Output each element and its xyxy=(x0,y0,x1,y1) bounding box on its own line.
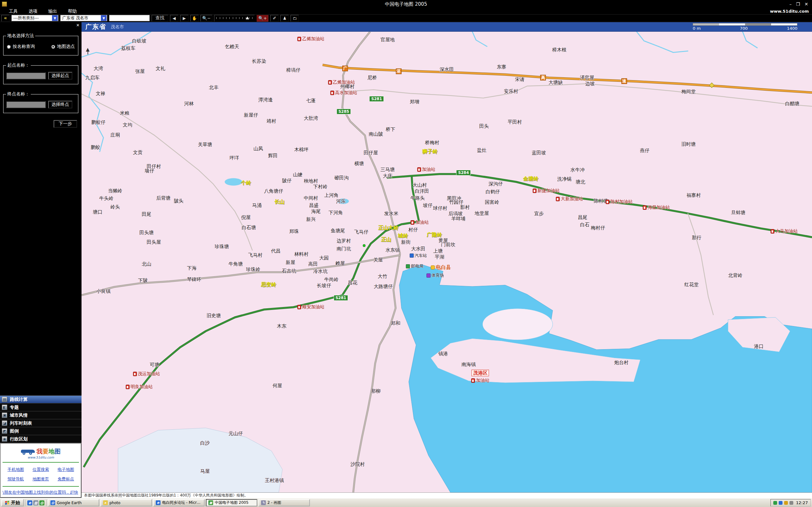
choose-start-button[interactable]: 选择起点 xyxy=(48,72,72,79)
place-label: 那行 xyxy=(692,234,701,240)
place-label: 田头屋 xyxy=(147,239,161,245)
zoom-out-icon[interactable]: 🔍− xyxy=(200,15,212,21)
find-button[interactable]: 查找 xyxy=(152,15,168,21)
tray-icon[interactable] xyxy=(773,501,777,505)
menu-options[interactable]: 选项 xyxy=(29,9,38,14)
quick-launch: e▦◍ xyxy=(25,500,47,506)
zoom-slider-thumb[interactable] xyxy=(246,16,249,19)
fuel-pump-icon xyxy=(643,205,647,210)
scale-bar: 0 m 700 1400 xyxy=(693,23,798,31)
place-label: 文贡 xyxy=(133,149,142,155)
quick-launch-media-icon[interactable]: ◍ xyxy=(39,500,44,505)
promo-link[interactable]: 手机地图 xyxy=(3,467,28,472)
forward-button[interactable]: ▶ xyxy=(180,15,189,21)
task-button[interactable]: ▣中国电子地图 2005 xyxy=(206,499,257,506)
task-button[interactable]: ◍Google Earth xyxy=(48,499,99,506)
task-button[interactable]: ▸photo xyxy=(101,499,152,506)
town-label: 狮子岭 xyxy=(422,148,438,155)
place-label: 白鹤仔 xyxy=(486,188,500,194)
quick-launch-desktop-icon[interactable]: ▦ xyxy=(33,500,38,505)
tray-icon[interactable] xyxy=(779,501,782,505)
zoom-slider[interactable] xyxy=(214,15,255,21)
place-label: 八角塘仔 xyxy=(264,188,283,194)
measure-ruler-icon[interactable]: ✐ xyxy=(270,15,278,21)
choose-end-button[interactable]: 选择终点 xyxy=(48,101,72,108)
place-label: 文均 xyxy=(123,122,132,128)
place-label: 牛头岭 xyxy=(99,195,113,202)
town-label: 长山 xyxy=(274,199,285,205)
sidebar-section[interactable]: ▣城市风情 xyxy=(0,411,82,419)
tray-icon[interactable] xyxy=(784,501,788,505)
site-logo[interactable]: 我要地图 www.51ditu.com xyxy=(2,446,80,460)
sidebar-section[interactable]: ◪列车时刻表 xyxy=(0,419,82,427)
sidebar-section[interactable]: ◧专题 xyxy=(0,403,82,411)
place-label: 下河角 xyxy=(328,210,343,216)
place-label: 宋请 xyxy=(515,77,525,83)
menu-output[interactable]: 输出 xyxy=(48,9,57,14)
back-button[interactable]: ◀ xyxy=(170,15,178,21)
place-label: 秧地村 xyxy=(304,178,318,184)
category-dropdown[interactable]: ---所有类别--- ▼ xyxy=(11,15,58,21)
promo-link[interactable]: 位置搜索 xyxy=(28,467,53,472)
place-label: 郑珠 xyxy=(289,228,299,234)
map-canvas[interactable]: 荔枝车白砍坡乞赖天乙烯加油站官屋地樟木根长苏染樟塙仔大湾张屋文礼尼桥深水田东寨宋… xyxy=(82,32,812,493)
sidebar-section[interactable]: ◉行政区划 xyxy=(0,435,82,443)
place-label: 潭湾逢 xyxy=(258,97,273,103)
windows-logo-icon xyxy=(5,501,9,505)
search-input[interactable] xyxy=(109,15,150,21)
pushpin-icon[interactable]: ♟ xyxy=(281,15,289,21)
method-radios: 按名称查询地图选点 xyxy=(6,43,75,51)
place-label: 深沟仔 xyxy=(489,181,503,187)
place-label: 山嬷 xyxy=(293,171,303,177)
place-label: 东寨 xyxy=(497,64,506,70)
open-folder-icon[interactable]: 🗀 xyxy=(291,15,299,21)
promo-link[interactable]: 驾驶导航 xyxy=(3,476,28,482)
place-label: 蓝田坡 xyxy=(531,150,546,156)
province-title: 广东省 xyxy=(85,22,106,31)
sidebar-section[interactable]: ▤路线计算 xyxy=(0,395,82,403)
place-label: 下村岭 xyxy=(313,183,328,189)
place-label: 新街 xyxy=(401,239,411,245)
system-tray: 12:27 xyxy=(770,499,811,506)
start-button[interactable]: 开始 xyxy=(1,499,24,506)
end-point-input[interactable] xyxy=(6,101,46,108)
method-radio-1[interactable]: 地图选点 xyxy=(51,44,75,49)
town-label: 金塘岭 xyxy=(523,175,538,182)
task-button[interactable]: ✎2 - 画图 xyxy=(258,499,310,506)
district-label: 茂港区 xyxy=(472,370,489,377)
tray-icon[interactable] xyxy=(790,501,793,505)
city-title: 茂名市 xyxy=(111,24,124,30)
place-label: 珍珠岭 xyxy=(246,267,260,273)
place-label: 上河角 xyxy=(324,192,339,199)
method-radio-0[interactable]: 按名称查询 xyxy=(7,44,35,49)
promo-link[interactable]: 免费标点 xyxy=(53,476,78,482)
promo-link[interactable]: 地图黄页 xyxy=(28,476,53,482)
promo-marquee[interactable]: \朋友在中国地图上找到你的位置吗，赶快 xyxy=(2,488,80,497)
fuel-pump-icon xyxy=(125,385,130,389)
zoom-in-icon[interactable]: 🔍+ xyxy=(257,15,268,21)
task-button[interactable]: e电白同乡论坛 - Microso... xyxy=(153,499,205,506)
sidebar-close-icon[interactable]: ✕ xyxy=(76,23,80,27)
menu-help[interactable]: 帮助 xyxy=(68,9,77,14)
chevron-down-icon[interactable]: ▼ xyxy=(52,15,58,21)
place-label: 马涌 xyxy=(252,203,262,209)
sidebar-section[interactable]: ◩图例 xyxy=(0,427,82,435)
gas-station-label: 茂运加油站 xyxy=(133,371,160,377)
place-label: 林料村 xyxy=(294,251,309,257)
collapse-sidebar-button[interactable]: « xyxy=(1,15,9,21)
quick-launch-ie-icon[interactable]: e xyxy=(27,500,32,505)
menu-tools[interactable]: 工具 xyxy=(9,9,18,14)
place-label: 冷水坑 xyxy=(313,268,328,274)
next-step-button[interactable]: 下一步 xyxy=(54,120,77,128)
chevron-down-icon[interactable]: ▼ xyxy=(101,15,107,21)
pan-hand-icon[interactable]: ✋ xyxy=(190,15,199,21)
region-dropdown[interactable]: 广东省 茂名市 ▼ xyxy=(60,15,107,21)
road-shield: S284 xyxy=(456,170,471,176)
place-label: 飞马村 xyxy=(248,252,263,258)
expressway-marker: 广 xyxy=(342,66,348,71)
start-point-input[interactable] xyxy=(6,72,46,79)
place-label: 长坡仔 xyxy=(317,283,331,289)
place-label: 州椰村 xyxy=(340,83,355,90)
promo-link[interactable]: 电子地图 xyxy=(53,467,78,472)
place-label: 何屋 xyxy=(272,383,282,389)
